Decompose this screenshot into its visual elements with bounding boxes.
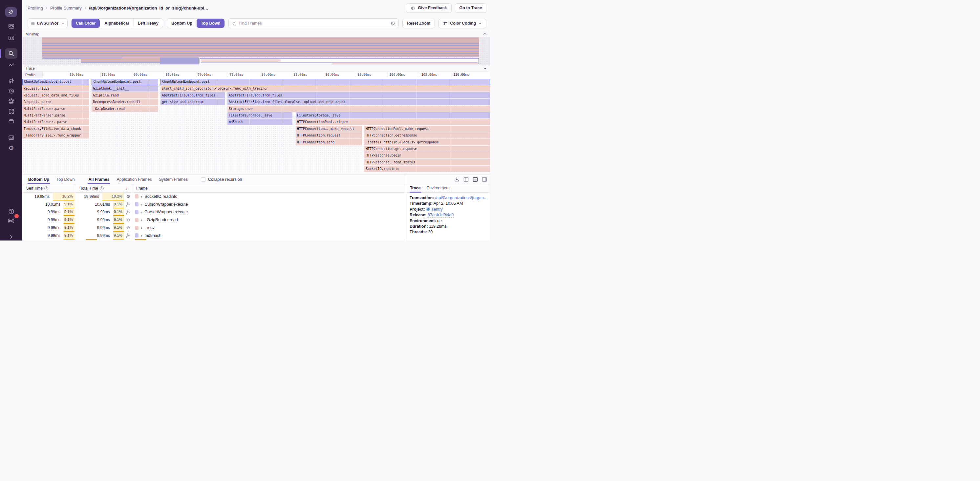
flame-frame[interactable]: ChunkUploadEndpoint.post — [92, 79, 158, 85]
flame-frame[interactable]: HTTPConnectionPool.urlopen — [296, 119, 490, 125]
collapse-trace-chevron-down-icon[interactable] — [483, 66, 487, 71]
expand-chevron-icon[interactable]: › — [141, 194, 142, 199]
expand-chevron-icon[interactable]: › — [141, 233, 142, 238]
tab-top-down[interactable]: Top Down — [56, 175, 75, 184]
expand-chevron-icon[interactable]: › — [141, 210, 142, 214]
bottom-panel: Bottom Up Top Down All Frames Applicatio… — [22, 175, 490, 240]
expand-chevron-icon[interactable]: › — [141, 202, 142, 207]
tab-environment[interactable]: Environment — [426, 186, 450, 192]
expand-chevron-icon[interactable]: › — [141, 217, 142, 222]
sidebar-expand-button[interactable] — [5, 232, 18, 240]
go-to-trace-button[interactable]: Go to Trace — [455, 3, 487, 13]
breadcrumb-profile-summary[interactable]: Profile Summary — [50, 6, 82, 11]
table-row[interactable]: 10.01ms9.1%10.01ms9.1%›CursorWrapper.exe… — [22, 200, 405, 208]
thread-selector[interactable]: uWSGIWor… — [27, 18, 68, 28]
sidebar-item-replays[interactable] — [5, 86, 18, 96]
expand-chevron-icon[interactable]: › — [141, 225, 142, 230]
direction-bottom-up[interactable]: Bottom Up — [167, 19, 197, 28]
tab-bottom-up[interactable]: Bottom Up — [27, 175, 50, 184]
self-time-value: 19.98ms — [35, 194, 49, 199]
tab-system-frames[interactable]: System Frames — [158, 175, 188, 184]
sliders-icon — [443, 21, 448, 25]
collapse-recursion-checkbox[interactable] — [201, 177, 205, 182]
flame-frame[interactable]: FilestoreStorage._save — [296, 112, 490, 119]
tab-all-frames[interactable]: All Frames — [88, 175, 110, 184]
sidebar-item-feedback[interactable] — [5, 75, 18, 86]
flame-frame[interactable]: DecompressReader.readall — [92, 99, 158, 105]
flame-frame[interactable]: start_child_span_decorator.<locals>.func… — [161, 85, 490, 92]
self-time-value: 9.99ms — [48, 233, 60, 238]
reset-zoom-button[interactable]: Reset Zoom — [402, 19, 435, 28]
help-tooltip-icon[interactable]: ? — [100, 186, 104, 190]
sidebar-item-archive[interactable] — [5, 116, 18, 126]
flame-frame[interactable]: ChunkUploadEndpoint.post — [161, 79, 490, 85]
flame-frame[interactable]: HTTPConnection.request — [296, 132, 362, 138]
flame-frame[interactable]: AbstractFileBlob.from_files — [161, 92, 225, 98]
layout-left-icon[interactable] — [463, 177, 469, 182]
flame-frame[interactable]: Request._parse — [22, 99, 89, 105]
sort-left-heavy[interactable]: Left Heavy — [133, 19, 163, 28]
flame-frame[interactable]: TemporaryFileU…ive_data_chunk — [22, 125, 89, 132]
sidebar-item-whats-new[interactable] — [5, 215, 18, 226]
flame-frame[interactable]: Storage.save — [228, 106, 490, 112]
table-row[interactable]: 9.99ms9.1%9.99ms9.1%›CursorWrapper.execu… — [22, 208, 405, 216]
sidebar-item-settings[interactable]: ⚙ — [5, 143, 18, 153]
flame-frame[interactable]: HTTPConnection.send — [296, 139, 362, 145]
collapse-minimap-chevron-up-icon[interactable] — [483, 32, 487, 36]
time-tick-label: 85.00ms — [292, 73, 307, 77]
transaction-link[interactable]: /api/0/organizations/{organ… — [435, 195, 488, 200]
flame-frame[interactable]: Request._load_data_and_files — [22, 92, 89, 98]
gridline — [250, 78, 250, 173]
direction-top-down[interactable]: Top Down — [197, 19, 224, 28]
color-coding-dropdown[interactable]: Color Coding — [439, 19, 487, 28]
flame-frame[interactable]: MultiPartParser._parse — [22, 119, 89, 125]
find-frames-input[interactable] — [239, 21, 388, 25]
flame-frame[interactable]: get_size_and_checksum — [161, 99, 225, 105]
table-row[interactable]: 9.99ms9.1%9.99ms9.1%⚙›_GzipReader.read — [22, 216, 405, 224]
release-link[interactable]: 87aab1d9cfa0 — [428, 213, 453, 217]
sort-call-order[interactable]: Call Order — [72, 19, 100, 28]
flame-frame[interactable]: GzipChunk.__init__ — [92, 85, 158, 92]
flame-frame[interactable]: GzipFile.read — [92, 92, 158, 98]
time-tick-label: 105.00ms — [420, 73, 437, 77]
info-icon[interactable] — [391, 21, 395, 25]
column-self-time[interactable]: Self Time? — [22, 184, 76, 192]
sidebar-item-alerts[interactable] — [5, 95, 18, 106]
column-frame[interactable]: Frame — [132, 184, 405, 192]
minimap-block — [200, 58, 478, 59]
flame-frame[interactable]: MultiPartParser.parse — [22, 106, 89, 112]
table-row[interactable]: 9.99ms9.1%9.99ms9.1%›md5hash — [22, 232, 405, 240]
flame-frame[interactable]: HTTPConnection…._make_request — [296, 125, 362, 132]
project-link[interactable]: sentry — [431, 207, 443, 212]
sentry-logo[interactable] — [5, 7, 17, 17]
sidebar-item-performance[interactable] — [5, 60, 18, 70]
flame-frame[interactable]: AbstractFileBlob.from_files.<locals>._up… — [228, 99, 490, 105]
sidebar-item-dashboards[interactable] — [5, 106, 18, 116]
layout-right-icon[interactable] — [482, 177, 487, 182]
help-tooltip-icon[interactable]: ? — [44, 186, 48, 190]
detail-value: 119.28ms — [429, 224, 447, 229]
column-total-time[interactable]: Total Time? ↓ — [76, 184, 132, 192]
tab-application-frames[interactable]: Application Frames — [116, 175, 152, 184]
sidebar-item-issues[interactable] — [5, 21, 18, 32]
give-feedback-button[interactable]: Give Feedback — [406, 3, 451, 13]
flame-frame[interactable]: Request.FILES — [22, 85, 89, 92]
flame-frame[interactable]: ChunkUploadEndpoint.post — [22, 79, 89, 85]
tab-trace[interactable]: Trace — [410, 186, 421, 192]
breadcrumb-profiling[interactable]: Profiling — [27, 6, 43, 11]
flame-frame[interactable]: AbstractFileBlob.from_files — [228, 92, 490, 98]
layout-bottom-icon[interactable] — [473, 177, 478, 182]
table-row[interactable]: 9.99ms9.1%9.99ms9.1%⚙›_recv — [22, 224, 405, 232]
partial-row-bar — [135, 239, 146, 240]
flame-frame[interactable]: _TemporaryFile…>.func_wrapper — [22, 132, 89, 138]
flamegraph[interactable]: ChunkUploadEndpoint.postChunkUploadEndpo… — [22, 78, 490, 173]
sidebar-item-explore[interactable] — [5, 32, 18, 43]
download-icon[interactable] — [454, 177, 460, 182]
flame-frame[interactable]: MultiPartParser.parse — [22, 112, 89, 119]
minimap-canvas[interactable] — [22, 37, 490, 65]
sort-alphabetical[interactable]: Alphabetical — [100, 19, 133, 28]
sidebar-item-search[interactable] — [5, 48, 18, 59]
flame-frame[interactable]: _GzipReader.read — [92, 106, 158, 112]
table-row[interactable]: 19.98ms18.2%19.98ms18.2%⚙›SocketIO.readi… — [22, 193, 405, 200]
sidebar-item-stats[interactable] — [5, 132, 18, 143]
